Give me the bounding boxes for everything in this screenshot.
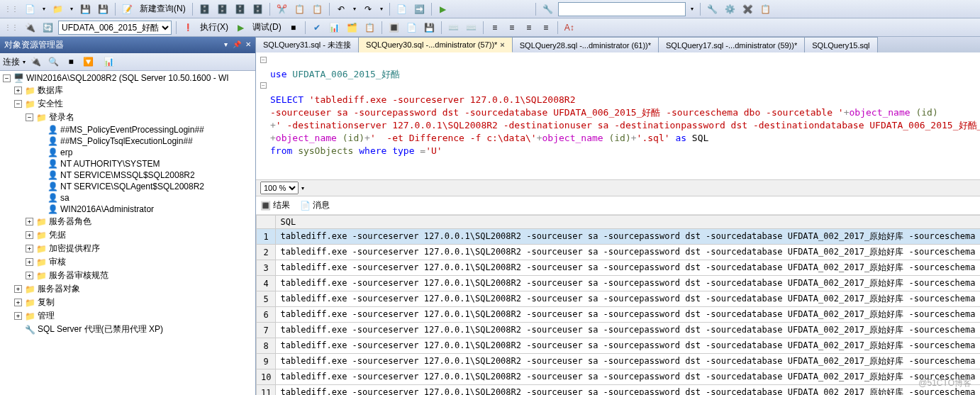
cell-sql[interactable]: tablediff.exe -sourceserver 127.0.0.1\SQ… (276, 276, 980, 291)
cell-sql[interactable]: tablediff.exe -sourceserver 127.0.0.1\SQ… (276, 291, 980, 307)
execute-icon[interactable]: ❗ (181, 21, 195, 35)
outdent-icon[interactable]: ≡ (505, 21, 519, 35)
new-query-icon[interactable]: 📝 (120, 2, 135, 16)
save-all-icon[interactable]: 💾 (96, 2, 111, 16)
dropdown-icon[interactable]: ▾ (23, 59, 26, 65)
expand-icon[interactable]: − (3, 74, 11, 82)
column-header-sql[interactable]: SQL (276, 216, 980, 229)
uncomment-icon[interactable]: ⌨️ (464, 21, 479, 35)
dropdown-icon[interactable]: ▾ (224, 40, 228, 48)
execute-button[interactable]: 执行(X) (198, 21, 230, 33)
table-row[interactable]: 6tablediff.exe -sourceserver 127.0.0.1\S… (257, 307, 981, 323)
expand-icon[interactable]: + (26, 272, 33, 279)
fold-icon[interactable]: − (260, 82, 267, 89)
connect-label[interactable]: 连接 (3, 56, 20, 68)
parse-icon[interactable]: ✔ (310, 21, 324, 35)
indent-icon[interactable]: ≡ (522, 21, 536, 35)
table-row[interactable]: 2tablediff.exe -sourceserver 127.0.0.1\S… (257, 245, 981, 260)
tree-login-item[interactable]: erp (60, 148, 72, 157)
expand-icon[interactable]: + (14, 299, 22, 306)
undo-icon[interactable]: ↶ (334, 2, 348, 16)
tree-audits[interactable]: 审核 (49, 256, 66, 268)
close-icon[interactable]: × (500, 40, 504, 49)
tool-icon[interactable]: 📊 (327, 21, 342, 35)
expand-icon[interactable]: − (26, 113, 33, 121)
tree-login-item[interactable]: WIN2016A\Administrator (60, 204, 154, 214)
grip-icon[interactable]: ⋮⋮ (3, 23, 20, 31)
expand-icon[interactable]: + (14, 87, 22, 94)
zoom-select[interactable]: 100 % (260, 182, 299, 194)
tree-login-item[interactable]: NT AUTHORITY\SYSTEM (60, 159, 160, 169)
outdent-icon[interactable]: ≡ (539, 21, 553, 35)
close-icon[interactable]: ✕ (245, 40, 251, 48)
cell-sql[interactable]: tablediff.exe -sourceserver 127.0.0.1\SQ… (276, 260, 980, 276)
tree-login-item[interactable]: sa (60, 193, 69, 203)
comment-icon[interactable]: ⌨️ (446, 21, 461, 35)
document-tab[interactable]: SQLQuery28.sql -...dministrator (61))* (513, 37, 659, 52)
table-row[interactable]: 11tablediff.exe -sourceserver 127.0.0.1\… (257, 385, 981, 396)
table-row[interactable]: 7tablediff.exe -sourceserver 127.0.0.1\S… (257, 323, 981, 338)
table-row[interactable]: 9tablediff.exe -sourceserver 127.0.0.1\S… (257, 354, 981, 369)
save-icon[interactable]: 💾 (78, 2, 93, 16)
debug-icon[interactable]: ▶ (233, 21, 247, 35)
tree-server-roles[interactable]: 服务器角色 (49, 216, 91, 228)
filter-icon[interactable]: 🔽 (81, 55, 96, 69)
tree-server-objects[interactable]: 服务器对象 (38, 283, 80, 295)
document-tab[interactable]: SQLQuery30.sql -...dministrator (57))*× (359, 37, 513, 52)
tool-icon[interactable]: 📋 (362, 21, 377, 35)
cell-sql[interactable]: tablediff.exe -sourceserver 127.0.0.1\SQ… (276, 338, 980, 354)
connect-icon[interactable]: 🔌 (23, 21, 38, 35)
expand-icon[interactable]: + (14, 285, 22, 293)
tree-audit-specs[interactable]: 服务器审核规范 (49, 269, 108, 282)
refresh-icon[interactable]: 📊 (101, 55, 116, 69)
tool-icon[interactable]: 🗂️ (345, 21, 360, 35)
tree-management[interactable]: 管理 (38, 310, 55, 322)
cell-sql[interactable]: tablediff.exe -sourceserver 127.0.0.1\SQ… (276, 245, 980, 260)
dropdown-icon[interactable]: ▾ (378, 2, 385, 16)
expand-icon[interactable]: + (14, 312, 22, 320)
indent-icon[interactable]: ≡ (488, 21, 502, 35)
expand-icon[interactable]: + (26, 258, 33, 266)
cell-sql[interactable]: tablediff.exe -sourceserver 127.0.0.1\SQ… (276, 369, 980, 385)
tree-replication[interactable]: 复制 (38, 296, 55, 308)
dropdown-icon[interactable]: ▾ (301, 185, 304, 191)
expand-icon[interactable]: + (26, 245, 33, 252)
document-tab[interactable]: SQLQuery17.sql -...dministrator (59))* (659, 37, 805, 52)
fold-icon[interactable]: − (260, 57, 267, 63)
specify-values-icon[interactable]: A↕ (562, 21, 577, 35)
activity-icon[interactable]: 🔧 (540, 2, 555, 16)
search-combo[interactable] (558, 2, 686, 16)
db-icon[interactable]: 🗄️ (197, 2, 212, 16)
connect-icon[interactable]: 🔌 (28, 55, 43, 69)
cut-icon[interactable]: ✂️ (274, 2, 289, 16)
table-row[interactable]: 10tablediff.exe -sourceserver 127.0.0.1\… (257, 369, 981, 385)
dropdown-icon[interactable]: ▾ (40, 2, 48, 16)
tool-icon[interactable]: ⚙️ (723, 2, 737, 16)
results-grid[interactable]: SQL 1tablediff.exe -sourceserver 127.0.0… (256, 215, 980, 395)
table-row[interactable]: 4tablediff.exe -sourceserver 127.0.0.1\S… (257, 276, 981, 291)
tree-crypto[interactable]: 加密提供程序 (49, 243, 100, 255)
tree-sql-agent[interactable]: SQL Server 代理(已禁用代理 XP) (38, 323, 163, 335)
results-file-icon[interactable]: 💾 (422, 21, 437, 35)
copy-icon[interactable]: 📋 (292, 2, 307, 16)
debug-button[interactable]: 调试(D) (250, 21, 284, 33)
grip-icon[interactable]: ⋮⋮ (3, 5, 20, 13)
tree-security[interactable]: 安全性 (38, 98, 63, 110)
tree-login-item[interactable]: NT SERVICE\MSSQL$SQL2008R2 (60, 170, 195, 180)
messages-tab[interactable]: 📄消息 (300, 199, 330, 211)
sql-editor[interactable]: −use UFDATA_006_2015_好酷 −SELECT 'tabledi… (256, 52, 980, 180)
tool-icon[interactable]: 📋 (758, 2, 773, 16)
tree-login-item[interactable]: ##MS_PolicyTsqlExecutionLogin## (60, 136, 193, 146)
cell-sql[interactable]: tablediff.exe -sourceserver 127.0.0.1\SQ… (276, 229, 980, 245)
cell-sql[interactable]: tablediff.exe -sourceserver 127.0.0.1\SQ… (276, 323, 980, 338)
results-tab[interactable]: 🔳结果 (260, 199, 290, 211)
results-grid-icon[interactable]: 🔳 (386, 21, 401, 35)
table-row[interactable]: 1tablediff.exe -sourceserver 127.0.0.1\S… (257, 229, 981, 245)
tool-icon[interactable]: 🔧 (705, 2, 720, 16)
object-tree[interactable]: −🖥️WIN2016A\SQL2008R2 (SQL Server 10.50.… (0, 71, 255, 395)
expand-icon[interactable]: − (14, 100, 22, 108)
stop-icon[interactable]: ■ (286, 21, 301, 35)
nav-icon[interactable]: 📄 (394, 2, 409, 16)
db-icon[interactable]: 🗄️ (215, 2, 230, 16)
table-row[interactable]: 5tablediff.exe -sourceserver 127.0.0.1\S… (257, 291, 981, 307)
